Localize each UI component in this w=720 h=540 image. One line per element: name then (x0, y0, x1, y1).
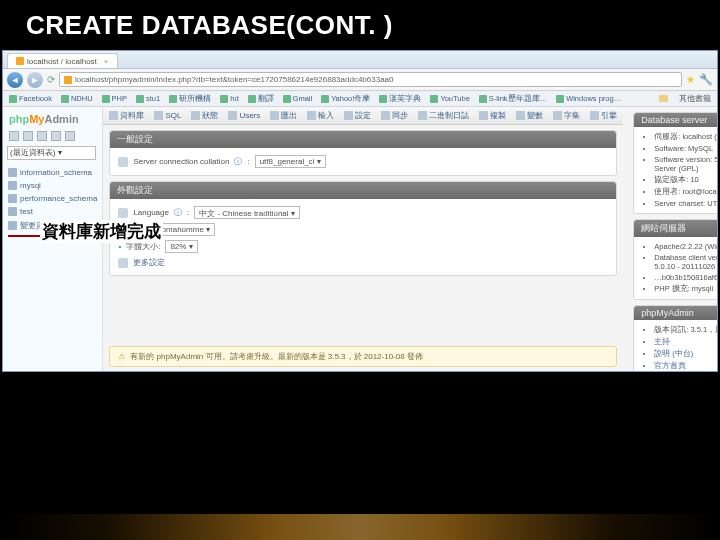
info-item: 協定版本: 10 (654, 174, 718, 186)
tab-title: localhost / localhost (27, 57, 97, 66)
other-bookmarks-label[interactable]: 其他書籤 (679, 94, 711, 104)
info-item: 伺服器: localhost (localhost via TCP/IP) (654, 131, 718, 143)
info-item: Software: MySQL (654, 143, 718, 154)
database-icon (8, 168, 17, 177)
logout-icon[interactable] (23, 131, 33, 141)
browser-tabbar: localhost / localhost × (3, 51, 717, 69)
pma-panel: phpMyAdmin 版本資訊: 3.5.1，最新穩定版本: 3.5.3 主持 … (633, 305, 718, 372)
bookmark-item[interactable]: Facebook (9, 94, 52, 103)
nav-export[interactable]: 匯出 (270, 110, 297, 121)
panel-header: phpMyAdmin (634, 306, 718, 320)
bookmark-item[interactable]: stu1 (136, 94, 160, 103)
bookmark-item[interactable]: Gmail (283, 94, 313, 103)
forward-button[interactable]: ► (27, 72, 43, 88)
database-icon (8, 181, 17, 190)
info-item: Software version: 5.5.24-log - MySQL Com… (654, 154, 718, 174)
info-item: 使用者: root@localhost (654, 186, 718, 198)
bookmark-item[interactable]: YouTube (430, 94, 469, 103)
slide-title: CREATE DATABASE(CONT. ) (26, 10, 393, 41)
web-server-panel: 網站伺服器 Apache/2.2.22 (Win32) PHP/5.4.3 Da… (633, 219, 718, 300)
panel-header: Database server (634, 113, 718, 127)
info-item: 版本資訊: 3.5.1，最新穩定版本: 3.5.3 (654, 324, 718, 336)
url-text: localhost/phpmyadmin/index.php?db=text&t… (75, 75, 393, 84)
bookmark-item[interactable]: PHP (102, 94, 127, 103)
info-item: Database client version: libmysql - mysq… (654, 252, 718, 272)
reload-icon[interactable] (65, 131, 75, 141)
bookmark-item[interactable]: 翻譯 (248, 94, 274, 104)
slide-footer-bar (0, 514, 720, 540)
collation-icon (118, 157, 128, 167)
main-area: 資料庫 SQL 狀態 Users 匯出 輸入 設定 同步 二進制日誌 複製 變數… (103, 107, 718, 371)
panel-header: 一般設定 (110, 131, 616, 148)
language-label: Language (133, 208, 169, 217)
bookmark-item[interactable]: 研所機構 (169, 94, 211, 104)
bookmark-item[interactable]: S-link歷年題庫… (479, 94, 547, 104)
nav-binlog[interactable]: 二進制日誌 (418, 110, 469, 121)
info-item: Server charset: UTF-8 Unicode (utf8) (654, 198, 718, 209)
gear-icon (118, 258, 128, 268)
sidebar-db-item[interactable]: mysql (7, 179, 98, 192)
bookmarks-bar: Facebook NDHU PHP stu1 研所機構 hd 翻譯 Gmail … (3, 91, 717, 107)
language-select[interactable]: 中文 - Chinese traditional ▾ (194, 206, 300, 219)
database-icon (8, 207, 17, 216)
nav-engines[interactable]: 引擎 (590, 110, 617, 121)
site-icon (64, 76, 72, 84)
bookmark-item[interactable]: 漢英字典 (379, 94, 421, 104)
info-link[interactable]: 官方首頁 (654, 361, 686, 370)
browser-tab[interactable]: localhost / localhost × (7, 53, 118, 68)
nav-vars[interactable]: 變數 (516, 110, 543, 121)
nav-charsets[interactable]: 字集 (553, 110, 580, 121)
fontsize-select[interactable]: 82% ▾ (165, 240, 197, 253)
help-icon[interactable]: ⓘ (174, 207, 182, 218)
phpmyadmin-logo: phpMyAdmin (7, 111, 98, 130)
language-icon (118, 208, 128, 218)
info-item: Apache/2.2.22 (Win32) PHP/5.4.3 (654, 241, 718, 252)
url-input[interactable]: localhost/phpmyadmin/index.php?db=text&t… (59, 72, 682, 87)
help-icon[interactable]: ⓘ (234, 156, 242, 167)
bookmark-item[interactable]: NDHU (61, 94, 93, 103)
nav-status[interactable]: 狀態 (191, 110, 218, 121)
collation-label: Server connection collation (133, 157, 229, 166)
info-item: PHP 擴充: mysqli (654, 283, 718, 295)
settings-wrench-icon[interactable]: 🔧 (699, 73, 713, 86)
close-tab-icon[interactable]: × (104, 57, 109, 66)
collation-select[interactable]: utf8_general_ci ▾ (255, 155, 326, 168)
info-link[interactable]: 說明 (中台) (654, 349, 693, 358)
nav-sql[interactable]: SQL (154, 111, 181, 120)
bookmark-item[interactable]: hd (220, 94, 238, 103)
db-server-panel: Database server 伺服器: localhost (localhos… (633, 112, 718, 214)
bookmark-star-icon[interactable]: ★ (686, 74, 695, 85)
warning-icon: ⚠ (118, 352, 125, 361)
address-bar-row: ◄ ► ⟳ localhost/phpmyadmin/index.php?db=… (3, 69, 717, 91)
panel-header: 網站伺服器 (634, 220, 718, 237)
info-link[interactable]: 主持 (654, 337, 670, 346)
bookmark-item[interactable]: Windows prog… (556, 94, 621, 103)
more-settings-link[interactable]: 更多設定 (133, 257, 165, 268)
slide-annotation: 資料庫新增完成 (40, 220, 163, 243)
bookmark-item[interactable]: Yahoo!奇摩 (321, 94, 370, 104)
sidebar-db-item[interactable]: test (7, 205, 98, 218)
nav-users[interactable]: Users (228, 111, 260, 120)
home-icon[interactable] (9, 131, 19, 141)
nav-settings[interactable]: 設定 (344, 110, 371, 121)
reload-icon[interactable]: ⟳ (47, 74, 55, 85)
favicon-icon (16, 57, 24, 65)
theme-select[interactable]: pmahomme ▾ (157, 223, 215, 236)
warning-text: 有新的 phpMyAdmin 可用。請考慮升級。最新的版本是 3.5.3，於 2… (130, 351, 423, 362)
sidebar-db-item[interactable]: information_schema (7, 166, 98, 179)
info-item: …b0b3b150816af66e5d9646fdeb7957075f1b $ (654, 272, 718, 283)
browser-window: localhost / localhost × ◄ ► ⟳ localhost/… (2, 50, 718, 372)
sidebar-db-item[interactable]: performance_schema (7, 192, 98, 205)
back-button[interactable]: ◄ (7, 72, 23, 88)
nav-replication[interactable]: 複製 (479, 110, 506, 121)
update-warning: ⚠ 有新的 phpMyAdmin 可用。請考慮升級。最新的版本是 3.5.3，於… (109, 346, 617, 367)
nav-sync[interactable]: 同步 (381, 110, 408, 121)
appearance-settings-panel: 外觀設定 Language ⓘ: 中文 - Chinese traditiona… (109, 181, 617, 276)
database-icon (8, 221, 17, 230)
docs-icon[interactable] (51, 131, 61, 141)
sql-icon[interactable] (37, 131, 47, 141)
nav-import[interactable]: 輸入 (307, 110, 334, 121)
recent-tables-select[interactable]: (最近資料表) ▾ (7, 146, 96, 160)
nav-databases[interactable]: 資料庫 (109, 110, 144, 121)
other-bookmarks-icon[interactable] (659, 95, 668, 102)
